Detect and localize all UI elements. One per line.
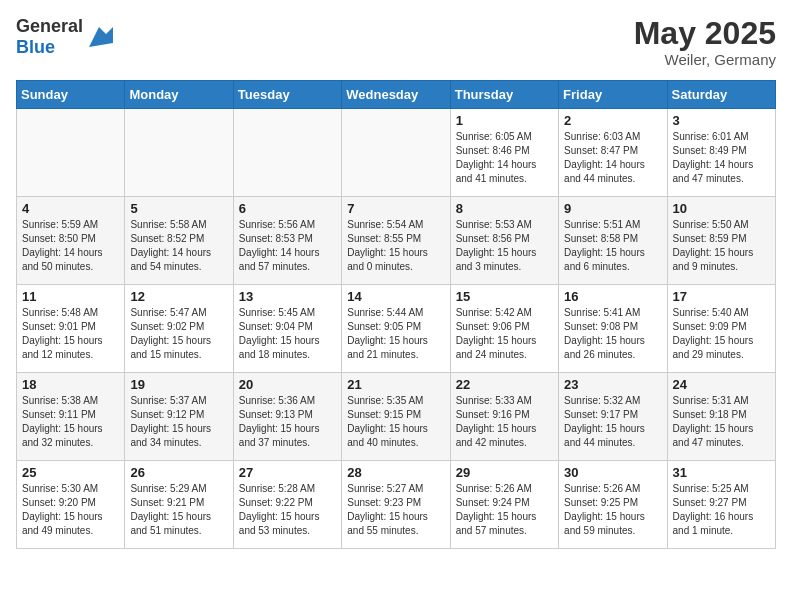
calendar-day-cell (342, 109, 450, 197)
calendar-day-cell: 28Sunrise: 5:27 AM Sunset: 9:23 PM Dayli… (342, 461, 450, 549)
calendar-day-cell: 27Sunrise: 5:28 AM Sunset: 9:22 PM Dayli… (233, 461, 341, 549)
day-number: 3 (673, 113, 770, 128)
calendar-day-cell: 21Sunrise: 5:35 AM Sunset: 9:15 PM Dayli… (342, 373, 450, 461)
calendar-day-cell: 13Sunrise: 5:45 AM Sunset: 9:04 PM Dayli… (233, 285, 341, 373)
calendar-day-cell: 18Sunrise: 5:38 AM Sunset: 9:11 PM Dayli… (17, 373, 125, 461)
subtitle: Weiler, Germany (634, 51, 776, 68)
day-info: Sunrise: 5:48 AM Sunset: 9:01 PM Dayligh… (22, 306, 119, 362)
svg-marker-0 (89, 27, 113, 47)
day-info: Sunrise: 5:37 AM Sunset: 9:12 PM Dayligh… (130, 394, 227, 450)
day-number: 18 (22, 377, 119, 392)
day-number: 13 (239, 289, 336, 304)
day-info: Sunrise: 5:26 AM Sunset: 9:24 PM Dayligh… (456, 482, 553, 538)
logo-blue: Blue (16, 37, 55, 57)
day-info: Sunrise: 5:36 AM Sunset: 9:13 PM Dayligh… (239, 394, 336, 450)
calendar-day-cell: 10Sunrise: 5:50 AM Sunset: 8:59 PM Dayli… (667, 197, 775, 285)
calendar-day-header: Friday (559, 81, 667, 109)
day-number: 19 (130, 377, 227, 392)
logo: General Blue (16, 16, 113, 58)
day-number: 24 (673, 377, 770, 392)
logo-icon (85, 23, 113, 51)
calendar-day-cell (125, 109, 233, 197)
day-info: Sunrise: 5:29 AM Sunset: 9:21 PM Dayligh… (130, 482, 227, 538)
calendar-day-cell: 3Sunrise: 6:01 AM Sunset: 8:49 PM Daylig… (667, 109, 775, 197)
day-number: 27 (239, 465, 336, 480)
day-info: Sunrise: 6:05 AM Sunset: 8:46 PM Dayligh… (456, 130, 553, 186)
calendar-day-header: Thursday (450, 81, 558, 109)
calendar-week-row: 1Sunrise: 6:05 AM Sunset: 8:46 PM Daylig… (17, 109, 776, 197)
day-info: Sunrise: 5:35 AM Sunset: 9:15 PM Dayligh… (347, 394, 444, 450)
day-number: 1 (456, 113, 553, 128)
day-number: 31 (673, 465, 770, 480)
day-info: Sunrise: 5:31 AM Sunset: 9:18 PM Dayligh… (673, 394, 770, 450)
calendar-day-cell: 5Sunrise: 5:58 AM Sunset: 8:52 PM Daylig… (125, 197, 233, 285)
day-number: 7 (347, 201, 444, 216)
day-info: Sunrise: 5:33 AM Sunset: 9:16 PM Dayligh… (456, 394, 553, 450)
day-number: 16 (564, 289, 661, 304)
day-info: Sunrise: 5:59 AM Sunset: 8:50 PM Dayligh… (22, 218, 119, 274)
calendar-week-row: 18Sunrise: 5:38 AM Sunset: 9:11 PM Dayli… (17, 373, 776, 461)
day-number: 29 (456, 465, 553, 480)
calendar-day-cell: 20Sunrise: 5:36 AM Sunset: 9:13 PM Dayli… (233, 373, 341, 461)
day-info: Sunrise: 5:58 AM Sunset: 8:52 PM Dayligh… (130, 218, 227, 274)
day-number: 25 (22, 465, 119, 480)
day-number: 15 (456, 289, 553, 304)
calendar-week-row: 25Sunrise: 5:30 AM Sunset: 9:20 PM Dayli… (17, 461, 776, 549)
title-block: May 2025 Weiler, Germany (634, 16, 776, 68)
calendar-day-cell: 22Sunrise: 5:33 AM Sunset: 9:16 PM Dayli… (450, 373, 558, 461)
calendar-day-cell: 15Sunrise: 5:42 AM Sunset: 9:06 PM Dayli… (450, 285, 558, 373)
day-number: 30 (564, 465, 661, 480)
calendar-day-cell: 7Sunrise: 5:54 AM Sunset: 8:55 PM Daylig… (342, 197, 450, 285)
day-info: Sunrise: 6:01 AM Sunset: 8:49 PM Dayligh… (673, 130, 770, 186)
calendar-day-header: Sunday (17, 81, 125, 109)
day-number: 28 (347, 465, 444, 480)
day-info: Sunrise: 5:38 AM Sunset: 9:11 PM Dayligh… (22, 394, 119, 450)
calendar-day-cell: 11Sunrise: 5:48 AM Sunset: 9:01 PM Dayli… (17, 285, 125, 373)
day-number: 4 (22, 201, 119, 216)
day-number: 14 (347, 289, 444, 304)
day-number: 23 (564, 377, 661, 392)
day-info: Sunrise: 5:26 AM Sunset: 9:25 PM Dayligh… (564, 482, 661, 538)
calendar-day-cell: 31Sunrise: 5:25 AM Sunset: 9:27 PM Dayli… (667, 461, 775, 549)
calendar-day-cell: 24Sunrise: 5:31 AM Sunset: 9:18 PM Dayli… (667, 373, 775, 461)
main-title: May 2025 (634, 16, 776, 51)
calendar-day-header: Monday (125, 81, 233, 109)
page-header: General Blue May 2025 Weiler, Germany (16, 16, 776, 68)
day-info: Sunrise: 5:56 AM Sunset: 8:53 PM Dayligh… (239, 218, 336, 274)
calendar-day-header: Tuesday (233, 81, 341, 109)
day-number: 6 (239, 201, 336, 216)
calendar-day-cell (233, 109, 341, 197)
day-number: 5 (130, 201, 227, 216)
day-number: 10 (673, 201, 770, 216)
day-number: 2 (564, 113, 661, 128)
day-info: Sunrise: 5:44 AM Sunset: 9:05 PM Dayligh… (347, 306, 444, 362)
day-info: Sunrise: 5:25 AM Sunset: 9:27 PM Dayligh… (673, 482, 770, 538)
day-number: 26 (130, 465, 227, 480)
logo-text: General Blue (16, 16, 83, 58)
day-number: 8 (456, 201, 553, 216)
calendar-day-cell: 29Sunrise: 5:26 AM Sunset: 9:24 PM Dayli… (450, 461, 558, 549)
calendar-day-cell: 16Sunrise: 5:41 AM Sunset: 9:08 PM Dayli… (559, 285, 667, 373)
day-info: Sunrise: 5:28 AM Sunset: 9:22 PM Dayligh… (239, 482, 336, 538)
calendar-table: SundayMondayTuesdayWednesdayThursdayFrid… (16, 80, 776, 549)
logo-general: General (16, 16, 83, 36)
day-info: Sunrise: 5:51 AM Sunset: 8:58 PM Dayligh… (564, 218, 661, 274)
calendar-day-cell: 23Sunrise: 5:32 AM Sunset: 9:17 PM Dayli… (559, 373, 667, 461)
day-number: 12 (130, 289, 227, 304)
calendar-day-cell: 8Sunrise: 5:53 AM Sunset: 8:56 PM Daylig… (450, 197, 558, 285)
calendar-day-cell: 26Sunrise: 5:29 AM Sunset: 9:21 PM Dayli… (125, 461, 233, 549)
day-info: Sunrise: 6:03 AM Sunset: 8:47 PM Dayligh… (564, 130, 661, 186)
calendar-day-cell: 2Sunrise: 6:03 AM Sunset: 8:47 PM Daylig… (559, 109, 667, 197)
calendar-day-header: Wednesday (342, 81, 450, 109)
calendar-day-cell: 6Sunrise: 5:56 AM Sunset: 8:53 PM Daylig… (233, 197, 341, 285)
calendar-day-cell: 17Sunrise: 5:40 AM Sunset: 9:09 PM Dayli… (667, 285, 775, 373)
day-info: Sunrise: 5:45 AM Sunset: 9:04 PM Dayligh… (239, 306, 336, 362)
day-info: Sunrise: 5:40 AM Sunset: 9:09 PM Dayligh… (673, 306, 770, 362)
day-number: 11 (22, 289, 119, 304)
day-number: 17 (673, 289, 770, 304)
day-number: 21 (347, 377, 444, 392)
day-info: Sunrise: 5:50 AM Sunset: 8:59 PM Dayligh… (673, 218, 770, 274)
day-number: 9 (564, 201, 661, 216)
calendar-day-cell (17, 109, 125, 197)
day-info: Sunrise: 5:30 AM Sunset: 9:20 PM Dayligh… (22, 482, 119, 538)
